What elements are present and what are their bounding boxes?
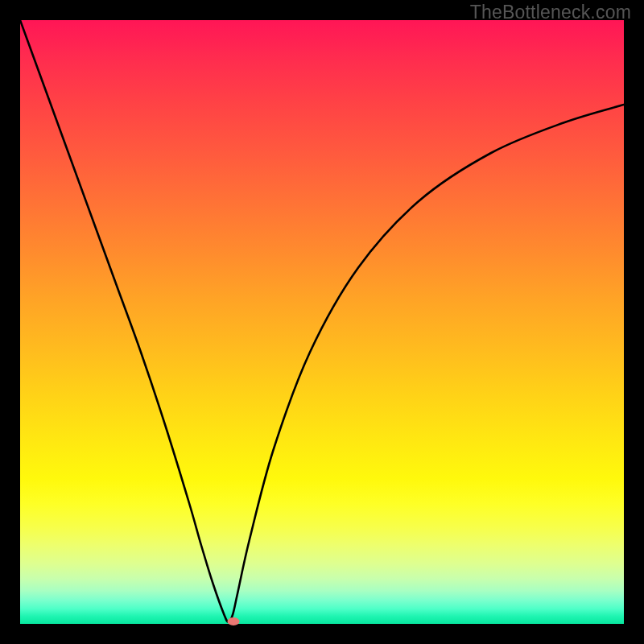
optimum-marker bbox=[227, 617, 239, 625]
plot-area bbox=[20, 20, 624, 624]
bottleneck-curve-path bbox=[20, 20, 624, 622]
curve-svg bbox=[20, 20, 624, 624]
chart-frame: TheBottleneck.com bbox=[0, 0, 644, 644]
